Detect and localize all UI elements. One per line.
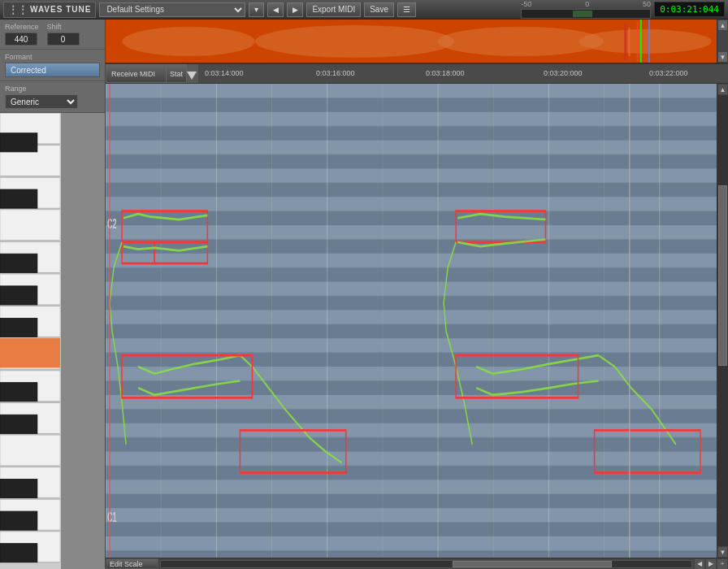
timeline-header: Receive MIDI Stat 0:03:14:000 0:03:16:00…	[106, 64, 728, 84]
save-btn[interactable]: Save	[364, 2, 394, 17]
ruler-mark-4: 0:03:20:000	[544, 69, 583, 79]
svg-point-27	[122, 27, 254, 56]
meter-label-0: 0	[585, 0, 589, 8]
svg-point-30	[578, 29, 711, 54]
svg-rect-11	[0, 435, 60, 466]
svg-rect-38	[106, 84, 717, 558]
stat-btn[interactable]: Stat	[167, 64, 187, 83]
reference-label: Reference	[5, 23, 39, 31]
app-logo: ⋮⋮ WAVES TUNE	[3, 2, 96, 18]
hscroll-zoom-btn[interactable]: +	[717, 558, 728, 570]
piano-roll-grid[interactable]: C2 C1	[106, 84, 717, 558]
left-panel: Reference Shift Formant Corrected Range …	[0, 20, 106, 569]
piano-roll-vscroll[interactable]: ▲ ▼	[717, 84, 728, 558]
export-midi-btn[interactable]: Export MIDI	[306, 2, 361, 17]
reference-section: Reference Shift	[0, 20, 105, 50]
svg-rect-21	[0, 415, 37, 433]
svg-rect-4	[0, 210, 60, 241]
waveform-bg	[106, 20, 728, 63]
ruler-mark-1: 0:03:14:000	[205, 69, 244, 79]
svg-rect-32	[628, 28, 630, 56]
svg-rect-23	[0, 511, 37, 530]
formant-btn[interactable]: Corrected	[5, 63, 100, 77]
shift-label: Shift	[47, 23, 80, 31]
svg-rect-18	[0, 286, 37, 305]
svg-rect-20	[0, 383, 37, 402]
shift-input[interactable]	[47, 33, 80, 46]
preset-menu-btn[interactable]: ▾	[249, 2, 264, 17]
roll-hscrollbar: Edit Scale ◀ ▶ +	[106, 558, 728, 569]
playhead-triangle-icon	[187, 72, 197, 80]
ruler-mark-2: 0:03:16:000	[316, 69, 355, 79]
timeline-ruler: 0:03:14:000 0:03:16:000 0:03:18:000 0:03…	[198, 64, 728, 83]
vscroll-down-btn[interactable]: ▼	[717, 546, 728, 558]
piano-svg	[0, 113, 61, 569]
menu-btn[interactable]: ☰	[397, 2, 416, 17]
app-title: WAVES TUNE	[30, 5, 91, 14]
level-meter-area: -50 0 50 0:03:21:044	[521, 0, 725, 19]
range-section: Range Generic	[0, 81, 105, 113]
top-bar: ⋮⋮ WAVES TUNE Default Settings ▾ ◀ ▶ Exp…	[0, 0, 728, 20]
svg-rect-25	[0, 338, 60, 367]
waveform-svg	[106, 20, 728, 63]
preset-dropdown[interactable]: Default Settings	[99, 2, 245, 17]
hscroll-thumb[interactable]	[453, 561, 612, 567]
center-main: ▲ ▼ Receive MIDI Stat 0:03:14:000 0:03:1…	[106, 20, 728, 569]
reference-input[interactable]	[5, 33, 37, 46]
nav-next-btn[interactable]: ▶	[287, 2, 303, 17]
svg-rect-19	[0, 318, 37, 337]
ruler-mark-5: 0:03:22:000	[649, 69, 688, 79]
svg-rect-22	[0, 479, 37, 497]
piano-keyboard-area	[0, 113, 105, 569]
svg-rect-31	[624, 24, 626, 60]
playhead-handle[interactable]	[187, 64, 198, 83]
hscroll-track[interactable]	[160, 560, 692, 568]
svg-text:C1: C1	[107, 510, 117, 525]
vscroll-thumb[interactable]	[718, 185, 727, 366]
meter-label-50: 50	[643, 0, 651, 8]
svg-rect-16	[0, 189, 37, 208]
hscroll-right-btn[interactable]: ▶	[705, 558, 717, 570]
main-layout: Reference Shift Formant Corrected Range …	[0, 20, 728, 569]
nav-prev-btn[interactable]: ◀	[267, 2, 284, 17]
waveform-overview: ▲ ▼	[106, 20, 728, 64]
hscroll-left-btn[interactable]: ◀	[694, 558, 705, 570]
meter-labels: -50 0 50	[521, 0, 651, 8]
overview-vscroll: ▲ ▼	[717, 20, 728, 63]
svg-text:C2: C2	[107, 216, 117, 231]
level-meter	[521, 9, 651, 19]
grid-svg: C2 C1	[106, 84, 717, 558]
meter-label-neg50: -50	[521, 0, 531, 8]
svg-rect-24	[0, 544, 37, 562]
logo-waves-icon: ⋮⋮	[8, 4, 28, 15]
vscroll-up-btn[interactable]: ▲	[717, 84, 728, 95]
piano-roll-container: C2 C1 ▲ ▼	[106, 84, 728, 558]
overview-scroll-up-btn[interactable]: ▲	[717, 20, 728, 31]
range-label: Range	[5, 85, 100, 93]
svg-point-28	[255, 25, 454, 58]
formant-section: Formant Corrected	[0, 50, 105, 81]
formant-label: Formant	[5, 53, 100, 61]
piano-roll-wrapper: C2 C1 ▲ ▼	[106, 84, 728, 558]
ruler-mark-3: 0:03:18:000	[426, 69, 465, 79]
vscroll-track[interactable]	[717, 95, 728, 546]
range-dropdown[interactable]: Generic	[5, 94, 78, 109]
svg-rect-15	[0, 133, 37, 152]
svg-rect-33	[637, 21, 639, 62]
edit-scale-btn[interactable]: Edit Scale	[106, 558, 158, 569]
time-display: 0:03:21:044	[654, 2, 725, 17]
overview-scroll-down-btn[interactable]: ▼	[717, 51, 728, 63]
receive-midi-btn[interactable]: Receive MIDI	[106, 64, 167, 83]
svg-rect-17	[0, 254, 37, 272]
